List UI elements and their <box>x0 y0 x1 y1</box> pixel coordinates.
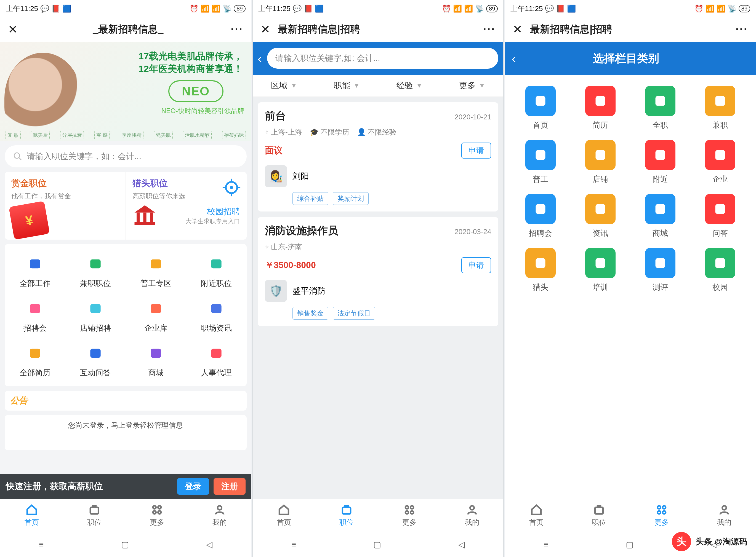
filter-更多[interactable]: 更多▼ <box>441 75 503 96</box>
register-button[interactable]: 注册 <box>214 478 246 495</box>
category-商城[interactable]: 商城 <box>633 194 688 238</box>
toutiao-logo-icon: 头 <box>672 532 691 551</box>
tab-我的[interactable]: 我的 <box>441 499 503 532</box>
svg-point-34 <box>405 511 408 514</box>
category-企业[interactable]: 企业 <box>693 140 748 184</box>
tab-我的[interactable]: 我的 <box>693 499 756 532</box>
search-input[interactable]: 请输入职位关键字，如：会计... <box>5 145 247 167</box>
home-icon-商城[interactable]: 商城 <box>125 339 186 384</box>
chevron-down-icon: ▼ <box>291 82 297 89</box>
home-icon-全部工作[interactable]: 全部工作 <box>5 250 65 294</box>
tab-职位[interactable]: 职位 <box>568 499 631 532</box>
headhunter-jobs-card[interactable]: 猎头职位 高薪职位等你来选 <box>133 177 240 201</box>
home-icon-招聘会[interactable]: 招聘会 <box>5 294 65 339</box>
close-icon[interactable]: ✕ <box>8 23 18 36</box>
svg-rect-48 <box>716 204 725 214</box>
home-icon-全部简历[interactable]: 全部简历 <box>5 339 65 384</box>
svg-rect-51 <box>655 258 665 268</box>
svg-point-56 <box>658 511 661 514</box>
category-兼职[interactable]: 兼职 <box>693 86 748 130</box>
tab-首页[interactable]: 首页 <box>505 499 567 532</box>
svg-rect-50 <box>596 258 605 268</box>
filter-区域[interactable]: 区域▼ <box>253 75 315 96</box>
tab-首页[interactable]: 首页 <box>0 499 63 532</box>
category-首页[interactable]: 首页 <box>513 86 567 130</box>
tab-首页[interactable]: 首页 <box>253 499 315 532</box>
campus-recruit-card[interactable]: 校园招聘 大学生求职专用入口 <box>133 203 240 228</box>
svg-point-36 <box>470 506 474 510</box>
close-icon[interactable]: ✕ <box>260 23 270 36</box>
home-icon-职场资讯[interactable]: 职场资讯 <box>186 294 247 339</box>
filter-经验[interactable]: 经验▼ <box>378 75 441 96</box>
svg-point-55 <box>663 506 666 509</box>
chevron-left-icon[interactable]: ‹ <box>258 51 262 66</box>
tab-职位[interactable]: 职位 <box>63 499 125 532</box>
close-icon[interactable]: ✕ <box>513 23 522 36</box>
status-bar: 上午11:25 💬📕🟦 ⏰📶📶📡89 <box>253 0 504 17</box>
job-card[interactable]: 前台2020-10-21 上海-上海不限学历不限经验 面议申请 👩‍🎨刘阳 综合… <box>258 102 499 211</box>
recent-icon[interactable]: ≡ <box>39 540 44 549</box>
tab-更多[interactable]: 更多 <box>125 499 188 532</box>
job-card[interactable]: 消防设施操作员2020-03-24 山东-济南 ￥3500-8000申请 🛡️盛… <box>258 217 499 326</box>
chevron-left-icon[interactable]: ‹ <box>511 51 516 66</box>
tab-更多[interactable]: 更多 <box>378 499 441 532</box>
svg-rect-45 <box>536 204 545 214</box>
svg-rect-39 <box>655 96 665 106</box>
redpacket-icon <box>9 201 50 240</box>
home-icon-企业库[interactable]: 企业库 <box>125 294 186 339</box>
category-培训[interactable]: 培训 <box>573 248 628 293</box>
svg-rect-22 <box>90 349 101 358</box>
search-input[interactable]: 请输入职位关键字,如: 会计... <box>267 48 499 69</box>
category-问答[interactable]: 问答 <box>693 194 748 238</box>
category-header: ‹ 选择栏目类别 <box>505 41 756 75</box>
promo-banner[interactable]: 17载光电美肌品牌传承， 12年医美机构商誉享通！ NEO NEO-快时尚轻美容… <box>0 41 251 141</box>
login-button[interactable]: 登录 <box>177 478 209 495</box>
category-招聘会[interactable]: 招聘会 <box>513 194 567 238</box>
more-icon[interactable]: ··· <box>735 23 748 35</box>
tab-我的[interactable]: 我的 <box>189 499 251 532</box>
category-附近[interactable]: 附近 <box>633 140 688 184</box>
home-icon-普工专区[interactable]: 普工专区 <box>125 250 186 294</box>
svg-point-28 <box>153 511 156 514</box>
announcement-bar[interactable]: 公告 <box>5 391 247 411</box>
tab-bar: 首页职位更多我的 <box>505 499 756 532</box>
home-icon-人事代理[interactable]: 人事代理 <box>186 339 247 384</box>
svg-rect-38 <box>596 96 605 106</box>
page-title: 最新招聘信息|招聘 <box>530 23 735 36</box>
status-time: 上午11:25 <box>6 4 38 13</box>
more-icon[interactable]: ··· <box>231 23 243 35</box>
home-icon-附近职位[interactable]: 附近职位 <box>186 250 247 294</box>
filter-职能[interactable]: 职能▼ <box>315 75 378 96</box>
watermark: 头 头条 @淘源码 <box>672 532 748 551</box>
apply-button[interactable]: 申请 <box>461 257 491 273</box>
battery: 89 <box>234 5 245 12</box>
tab-职位[interactable]: 职位 <box>315 499 378 532</box>
category-店铺[interactable]: 店铺 <box>573 140 628 184</box>
category-普工[interactable]: 普工 <box>513 140 567 184</box>
title-bar: ✕ _最新招聘信息_ ··· <box>0 17 251 41</box>
apply-button[interactable]: 申请 <box>461 143 491 158</box>
android-nav: ≡▢◁ <box>253 532 504 557</box>
chevron-down-icon: ▼ <box>416 82 422 89</box>
svg-point-32 <box>405 506 408 509</box>
category-资讯[interactable]: 资讯 <box>573 194 628 238</box>
reward-jobs-card[interactable]: 赏金职位 他有工作，我有赏金 <box>5 172 125 240</box>
svg-rect-46 <box>596 204 605 214</box>
home-icon-兼职职位[interactable]: 兼职职位 <box>65 250 125 294</box>
home-icon[interactable]: ▢ <box>121 539 129 549</box>
tab-更多[interactable]: 更多 <box>631 499 693 532</box>
tab-bar: 首页职位更多我的 <box>253 499 504 532</box>
category-猎头[interactable]: 猎头 <box>513 248 567 293</box>
svg-point-29 <box>158 511 161 514</box>
svg-rect-43 <box>655 150 665 160</box>
back-icon[interactable]: ◁ <box>206 539 213 549</box>
home-icon-店铺招聘[interactable]: 店铺招聘 <box>65 294 125 339</box>
category-测评[interactable]: 测评 <box>633 248 688 293</box>
home-icon-互动问答[interactable]: 互动问答 <box>65 339 125 384</box>
svg-rect-40 <box>716 96 725 106</box>
category-简历[interactable]: 简历 <box>573 86 628 130</box>
category-校园[interactable]: 校园 <box>693 248 748 293</box>
category-全职[interactable]: 全职 <box>633 86 688 130</box>
more-icon[interactable]: ··· <box>483 23 496 35</box>
target-icon <box>222 178 241 197</box>
